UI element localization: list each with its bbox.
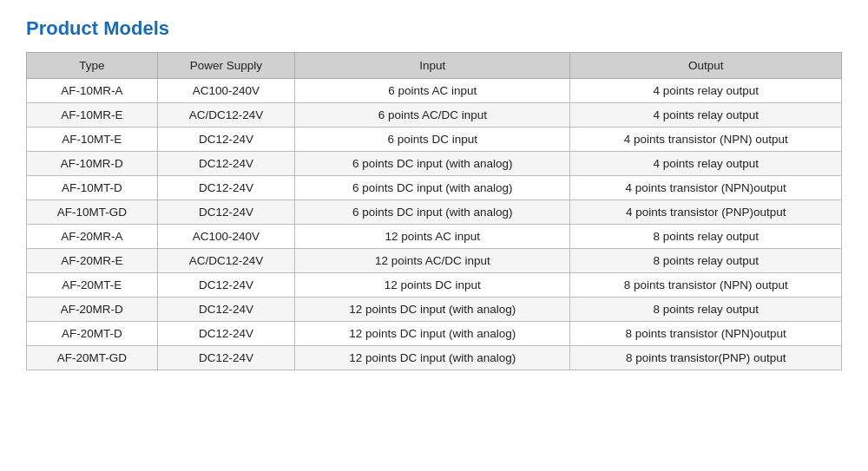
cell-r1-c1: AC/DC12-24V (157, 103, 295, 128)
cell-r8-c3: 8 points transistor (NPN) output (570, 273, 842, 298)
table-header-row: Type Power Supply Input Output (27, 53, 842, 79)
cell-r6-c2: 12 points AC input (295, 225, 570, 249)
cell-r9-c2: 12 points DC input (with analog) (295, 298, 570, 322)
cell-r10-c0: AF-20MT-D (27, 322, 158, 346)
table-row: AF-10MR-EAC/DC12-24V6 points AC/DC input… (27, 103, 842, 128)
col-header-power-supply: Power Supply (157, 53, 295, 79)
cell-r4-c0: AF-10MT-D (27, 176, 158, 200)
cell-r10-c3: 8 points transistor (NPN)output (570, 322, 842, 346)
table-row: AF-10MR-DDC12-24V6 points DC input (with… (27, 152, 842, 176)
cell-r5-c2: 6 points DC input (with analog) (295, 200, 570, 225)
cell-r7-c1: AC/DC12-24V (157, 249, 295, 273)
cell-r5-c1: DC12-24V (157, 200, 295, 225)
cell-r2-c3: 4 points transistor (NPN) output (570, 128, 842, 152)
table-row: AF-10MT-DDC12-24V6 points DC input (with… (27, 176, 842, 200)
cell-r8-c0: AF-20MT-E (27, 273, 158, 298)
page-title: Product Models (26, 17, 842, 40)
cell-r5-c3: 4 points transistor (PNP)output (570, 200, 842, 225)
cell-r3-c1: DC12-24V (157, 152, 295, 176)
table-row: AF-20MT-EDC12-24V12 points DC input8 poi… (27, 273, 842, 298)
table-row: AF-20MT-GDDC12-24V12 points DC input (wi… (27, 346, 842, 370)
table-row: AF-20MR-EAC/DC12-24V12 points AC/DC inpu… (27, 249, 842, 273)
cell-r11-c3: 8 points transistor(PNP) output (570, 346, 842, 370)
cell-r7-c0: AF-20MR-E (27, 249, 158, 273)
col-header-input: Input (295, 53, 570, 79)
cell-r10-c1: DC12-24V (157, 322, 295, 346)
table-row: AF-20MT-DDC12-24V12 points DC input (wit… (27, 322, 842, 346)
cell-r2-c0: AF-10MT-E (27, 128, 158, 152)
cell-r1-c3: 4 points relay output (570, 103, 842, 128)
cell-r11-c2: 12 points DC input (with analog) (295, 346, 570, 370)
cell-r4-c2: 6 points DC input (with analog) (295, 176, 570, 200)
cell-r8-c2: 12 points DC input (295, 273, 570, 298)
cell-r2-c2: 6 points DC input (295, 128, 570, 152)
table-row: AF-10MT-GDDC12-24V6 points DC input (wit… (27, 200, 842, 225)
table-row: AF-20MR-DDC12-24V12 points DC input (wit… (27, 298, 842, 322)
cell-r0-c2: 6 points AC input (295, 79, 570, 103)
cell-r7-c3: 8 points relay output (570, 249, 842, 273)
cell-r9-c1: DC12-24V (157, 298, 295, 322)
col-header-type: Type (27, 53, 158, 79)
cell-r0-c3: 4 points relay output (570, 79, 842, 103)
cell-r9-c0: AF-20MR-D (27, 298, 158, 322)
cell-r9-c3: 8 points relay output (570, 298, 842, 322)
cell-r3-c3: 4 points relay output (570, 152, 842, 176)
cell-r11-c0: AF-20MT-GD (27, 346, 158, 370)
cell-r4-c1: DC12-24V (157, 176, 295, 200)
cell-r1-c2: 6 points AC/DC input (295, 103, 570, 128)
cell-r2-c1: DC12-24V (157, 128, 295, 152)
cell-r11-c1: DC12-24V (157, 346, 295, 370)
cell-r7-c2: 12 points AC/DC input (295, 249, 570, 273)
cell-r6-c3: 8 points relay output (570, 225, 842, 249)
cell-r1-c0: AF-10MR-E (27, 103, 158, 128)
cell-r10-c2: 12 points DC input (with analog) (295, 322, 570, 346)
cell-r3-c2: 6 points DC input (with analog) (295, 152, 570, 176)
cell-r6-c0: AF-20MR-A (27, 225, 158, 249)
cell-r4-c3: 4 points transistor (NPN)output (570, 176, 842, 200)
table-row: AF-10MR-AAC100-240V6 points AC input4 po… (27, 79, 842, 103)
product-models-table: Type Power Supply Input Output AF-10MR-A… (26, 52, 842, 370)
col-header-output: Output (570, 53, 842, 79)
table-row: AF-20MR-AAC100-240V12 points AC input8 p… (27, 225, 842, 249)
cell-r0-c0: AF-10MR-A (27, 79, 158, 103)
table-row: AF-10MT-EDC12-24V6 points DC input4 poin… (27, 128, 842, 152)
cell-r0-c1: AC100-240V (157, 79, 295, 103)
cell-r8-c1: DC12-24V (157, 273, 295, 298)
cell-r3-c0: AF-10MR-D (27, 152, 158, 176)
cell-r5-c0: AF-10MT-GD (27, 200, 158, 225)
cell-r6-c1: AC100-240V (157, 225, 295, 249)
